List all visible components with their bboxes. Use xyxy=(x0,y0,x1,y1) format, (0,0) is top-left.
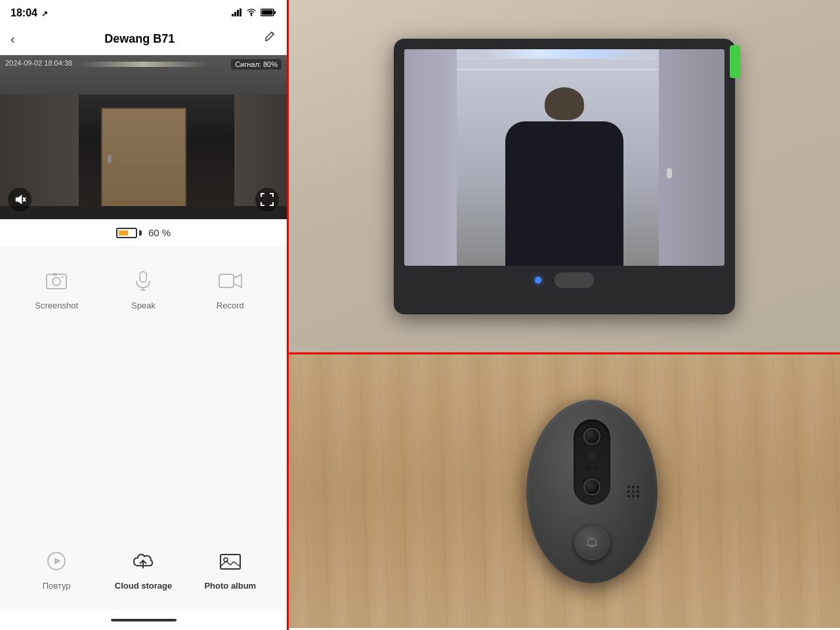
device-title: Dewang B71 xyxy=(104,32,175,46)
doorbell-camera-module xyxy=(574,419,610,505)
speak-label: Speak xyxy=(131,301,156,310)
mute-button[interactable] xyxy=(8,188,32,211)
signal-icon xyxy=(232,9,242,18)
doorbell-leds xyxy=(587,467,597,471)
speak-icon xyxy=(129,266,158,295)
camera-feed[interactable]: 2024-09-02 18:04:38 Сигнал: 80% xyxy=(0,55,287,219)
monitor-led xyxy=(535,277,541,284)
battery-status-icon xyxy=(261,9,276,18)
doorbell-ir-sensor xyxy=(589,453,595,459)
fullscreen-button[interactable] xyxy=(255,188,279,211)
doorbell-lens-2 xyxy=(583,478,600,495)
doorbell-photo xyxy=(289,354,840,628)
status-bar: 18:04 ↗ xyxy=(0,0,287,24)
cloud-storage-button[interactable]: Cloud storage xyxy=(110,547,176,591)
svg-rect-18 xyxy=(219,274,234,287)
wifi-icon xyxy=(246,9,257,18)
svg-point-12 xyxy=(52,278,60,285)
svg-marker-8 xyxy=(16,195,22,204)
svg-rect-0 xyxy=(232,14,234,16)
doorbell-led-2 xyxy=(593,467,597,471)
camera-signal: Сигнал: 80% xyxy=(231,59,282,70)
photo-album-button[interactable]: Photo album xyxy=(198,547,263,591)
svg-rect-13 xyxy=(52,273,57,276)
back-button[interactable]: ‹ xyxy=(10,32,15,47)
svg-rect-6 xyxy=(274,11,276,14)
doorbell-led-1 xyxy=(587,467,591,471)
app-header: ‹ Dewang B71 xyxy=(0,24,287,55)
doorbell-button[interactable] xyxy=(574,525,610,560)
screenshot-button[interactable]: Screenshot xyxy=(24,266,89,310)
battery-percent: 60 % xyxy=(148,227,171,238)
monitor-device xyxy=(394,39,735,314)
right-panel xyxy=(289,0,840,630)
svg-rect-7 xyxy=(262,10,273,14)
repeat-button[interactable]: Повтур xyxy=(24,547,89,591)
edit-button[interactable] xyxy=(264,32,276,47)
camera-timestamp: 2024-09-02 18:04:38 xyxy=(5,59,72,67)
svg-marker-21 xyxy=(54,558,61,564)
svg-rect-14 xyxy=(62,276,64,278)
doorbell-lens xyxy=(583,428,600,445)
photo-album-label: Photo album xyxy=(204,581,256,591)
svg-marker-19 xyxy=(234,274,242,287)
svg-rect-2 xyxy=(237,10,239,16)
photo-album-icon xyxy=(216,547,245,576)
status-time: 18:04 ↗ xyxy=(10,7,48,19)
controls-area: Screenshot Speak xyxy=(0,247,287,610)
record-button[interactable]: Record xyxy=(198,266,263,310)
repeat-label: Повтур xyxy=(43,581,71,591)
monitor-screen xyxy=(404,49,724,266)
svg-rect-23 xyxy=(220,555,240,569)
svg-point-4 xyxy=(251,14,252,16)
location-arrow-icon: ↗ xyxy=(41,9,48,18)
svg-rect-3 xyxy=(240,9,242,16)
home-indicator xyxy=(0,610,287,630)
speak-button[interactable]: Speak xyxy=(110,266,176,310)
svg-rect-1 xyxy=(234,12,236,16)
cloud-storage-icon xyxy=(129,547,158,576)
monitor-photo xyxy=(289,0,840,354)
doorbell-device xyxy=(526,400,658,583)
cloud-storage-label: Cloud storage xyxy=(115,581,172,591)
controls-row-2: Повтур Cloud storage xyxy=(0,540,287,597)
mobile-app-panel: 18:04 ↗ xyxy=(0,0,289,630)
screenshot-icon xyxy=(42,266,71,295)
monitor-bottom xyxy=(404,272,724,288)
monitor-home-button[interactable] xyxy=(555,272,594,288)
battery-icon xyxy=(116,228,142,238)
monitor-green-strip xyxy=(730,45,740,78)
controls-row-1: Screenshot Speak xyxy=(0,260,287,317)
repeat-icon xyxy=(42,547,71,576)
svg-rect-15 xyxy=(140,272,146,282)
record-icon xyxy=(216,266,245,295)
doorbell-speaker xyxy=(627,486,639,497)
battery-status-bar: 60 % xyxy=(0,219,287,247)
screenshot-label: Screenshot xyxy=(35,301,78,310)
record-label: Record xyxy=(217,301,244,310)
status-icons xyxy=(232,9,276,18)
